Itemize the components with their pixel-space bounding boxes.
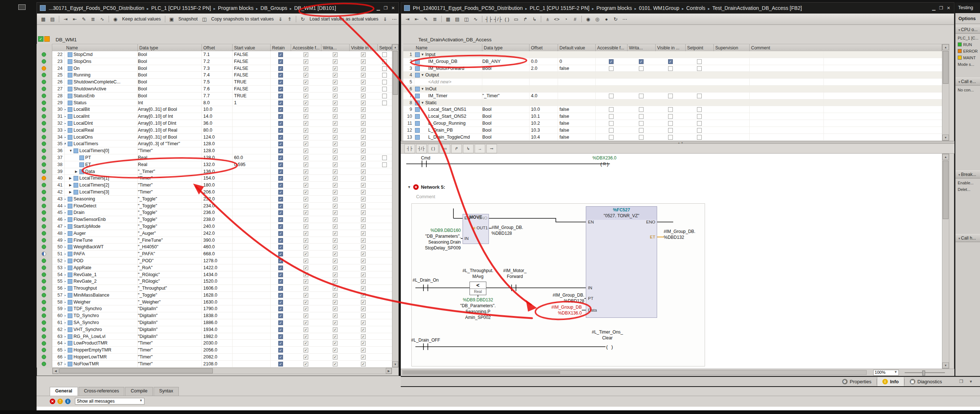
expand-arrow-icon[interactable]: ▶: [65, 266, 66, 269]
table-row[interactable]: 43▶Seasoning"_Toggle"232.0✓✓✓✓: [52, 196, 392, 202]
checkbox[interactable]: ✓: [278, 224, 283, 229]
expand-arrow-icon[interactable]: ▼: [421, 87, 424, 91]
expand-arrow-icon[interactable]: ▶: [65, 287, 66, 290]
tab-properties[interactable]: ⚙Properties: [837, 377, 877, 386]
checkbox[interactable]: ✓: [278, 162, 283, 167]
start-value-cell[interactable]: FALSE: [232, 51, 270, 58]
checkbox[interactable]: [697, 66, 702, 71]
chevron-down-icon[interactable]: ▼: [894, 370, 897, 374]
checkbox[interactable]: [609, 114, 614, 119]
close-icon[interactable]: ✕: [391, 5, 395, 11]
checkbox[interactable]: ✓: [333, 210, 337, 215]
section-header-4[interactable]: ▾ Call h...: [956, 234, 980, 242]
checkbox[interactable]: ✓: [304, 135, 308, 140]
scrollbar-thumb[interactable]: [943, 51, 948, 84]
checkbox[interactable]: ✓: [361, 245, 366, 249]
checkbox[interactable]: [382, 59, 387, 64]
expand-arrow-icon[interactable]: ▶: [65, 252, 66, 256]
checkbox[interactable]: ✓: [278, 327, 283, 332]
start-value-cell[interactable]: [232, 347, 270, 353]
checkbox[interactable]: ✓: [361, 121, 366, 126]
move-in-operand[interactable]: %DB9.DBD160 "DB_Parameters". Seasoning.D…: [418, 228, 461, 251]
drain-off-contact-label[interactable]: #L_Drain_OFF: [407, 337, 444, 343]
start-value-cell[interactable]: [232, 333, 270, 340]
split-editor-icon[interactable]: ◫: [462, 15, 471, 24]
checkbox[interactable]: ✓: [333, 121, 337, 126]
start-value-cell[interactable]: [232, 127, 270, 134]
contact-label[interactable]: Cmd: [407, 155, 444, 161]
delete-network-icon[interactable]: ⇤: [412, 15, 421, 24]
data-type-cell[interactable]: Bool: [482, 120, 530, 127]
math-icon[interactable]: ±: [543, 15, 552, 24]
grid-view-icon[interactable]: ▦: [39, 15, 48, 24]
default-value-cell[interactable]: [558, 79, 596, 85]
checkbox[interactable]: ✓: [278, 286, 283, 291]
expand-arrow-icon[interactable]: ▼: [421, 101, 424, 105]
checkbox[interactable]: ✓: [361, 66, 366, 71]
data-type-cell[interactable]: "Timer": [138, 353, 202, 360]
go-online-icon[interactable]: ↻: [611, 15, 620, 24]
restore-icon[interactable]: ❐: [383, 5, 388, 11]
checkbox[interactable]: ✓: [333, 348, 337, 353]
refresh-icon[interactable]: ↻: [298, 15, 307, 24]
data-type-cell[interactable]: Bool: [138, 58, 202, 65]
db-table-header[interactable]: NameData typeOffsetStart valueRetainAcce…: [52, 44, 392, 52]
expand-arrow-icon[interactable]: ▶: [65, 197, 66, 201]
warning-filter-icon[interactable]: !: [57, 399, 63, 404]
tab-general[interactable]: General: [50, 387, 78, 396]
add-new-placeholder[interactable]: <Add new>: [428, 80, 451, 84]
checkbox[interactable]: ✓: [278, 190, 283, 194]
keep-values-icon[interactable]: ◉: [111, 15, 119, 24]
table-row[interactable]: 55▶RevGate_2"_RGlogic"1520.0✓✓✓✓: [52, 278, 392, 285]
data-type-cell[interactable]: Bool: [138, 51, 202, 58]
data-type-cell[interactable]: DB_ANY: [482, 58, 530, 65]
checkbox[interactable]: ✓: [361, 210, 366, 215]
checkbox[interactable]: ✓: [304, 355, 308, 360]
column-header[interactable]: Name: [65, 44, 138, 52]
checkbox[interactable]: ✓: [304, 259, 308, 263]
insert-row-icon[interactable]: ⇥: [61, 15, 70, 24]
start-value-cell[interactable]: [232, 216, 270, 223]
checkbox[interactable]: ✓: [361, 355, 366, 360]
expand-arrow-icon[interactable]: ▶: [69, 176, 72, 180]
table-row[interactable]: 54▶RevGate_1"_RGlogic"1434.0✓✓✓✓: [52, 271, 392, 278]
checkbox[interactable]: ✓: [361, 197, 366, 202]
column-header[interactable]: Accessible f...: [596, 44, 627, 52]
data-type-cell[interactable]: Bool: [482, 106, 530, 113]
compare-icon[interactable]: <>: [552, 15, 561, 24]
data-type-cell[interactable]: Bool: [138, 72, 202, 78]
start-value-cell[interactable]: [232, 244, 270, 250]
data-type-cell[interactable]: "Timer": [138, 189, 202, 195]
expand-arrow-icon[interactable]: ▶: [65, 300, 66, 304]
checkbox[interactable]: ✓: [361, 224, 366, 229]
checkbox[interactable]: ✓: [304, 121, 308, 126]
start-value-cell[interactable]: FALSE: [232, 72, 270, 78]
breadcrumb-item[interactable]: PLC_1 [CPU 1515F-2 PN]: [151, 5, 211, 11]
data-type-cell[interactable]: "_Toggle": [138, 209, 202, 216]
checkbox[interactable]: ✓: [304, 142, 308, 146]
checkbox[interactable]: ✓: [278, 293, 283, 298]
expand-arrow-icon[interactable]: ▶: [65, 108, 66, 111]
checkbox[interactable]: ✓: [278, 100, 283, 105]
checkbox[interactable]: ✓: [333, 183, 337, 188]
favorite-contact-icon[interactable]: ┤├: [404, 144, 415, 153]
breadcrumb-item[interactable]: ...30171_Egypt_Foods_PC50_Distribution: [49, 5, 145, 11]
editor-horizontal-scrollbar[interactable]: [402, 370, 867, 375]
data-type-cell[interactable]: Bool: [482, 127, 530, 134]
checkbox[interactable]: ✓: [278, 142, 283, 146]
column-header[interactable]: Visible in ...: [655, 44, 686, 52]
table-row[interactable]: 1▼Input: [403, 51, 942, 58]
table-row[interactable]: 49▶FineTune"_FineTune"390.0✓✓✓✓: [52, 237, 392, 244]
checkbox[interactable]: ✓: [304, 176, 308, 181]
data-type-cell[interactable]: "_FineTune": [138, 237, 202, 244]
coil-operand[interactable]: %DBX236.0: [582, 155, 627, 161]
table-row[interactable]: 27ShutdownActiveBool7.6FALSE✓✓✓✓: [52, 86, 392, 92]
checkbox[interactable]: ✓: [304, 114, 308, 119]
checkbox[interactable]: [668, 121, 673, 126]
data-type-cell[interactable]: "_Toggle": [138, 223, 202, 230]
checkbox[interactable]: [639, 66, 644, 71]
checkbox[interactable]: ✓: [278, 306, 283, 311]
column-header[interactable]: Setpoint: [686, 44, 714, 52]
table-row[interactable]: 22StopCmdBool7.1FALSE✓✓✓✓: [52, 51, 392, 58]
checkbox[interactable]: ✓: [278, 135, 283, 140]
